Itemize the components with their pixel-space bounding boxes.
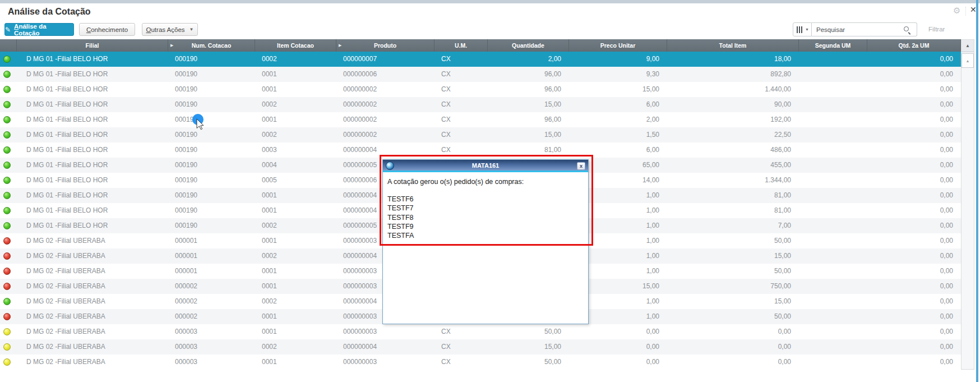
cell-produto: 000000004 (336, 142, 434, 158)
status-cell (0, 264, 17, 279)
status-cell (0, 233, 17, 248)
status-led-icon (3, 268, 11, 275)
table-row[interactable]: D MG 02 -Filial UBERABA 000003 0001 0000… (0, 355, 961, 370)
cell-um: CX (434, 127, 488, 142)
status-led-icon (3, 56, 11, 63)
status-led-icon (3, 343, 11, 351)
status-led-icon (3, 252, 11, 260)
column-header-num-cotacao[interactable]: ▶Num. Cotacao (168, 39, 255, 52)
scroll-up-button[interactable]: ▲ (961, 40, 974, 52)
pencil-icon: ✎ (5, 26, 11, 34)
cell-quantidade: 15,00 (488, 127, 569, 142)
cell-item-cotacao: 0005 (255, 173, 336, 188)
cell-item-cotacao: 0001 (255, 112, 336, 127)
table-row[interactable]: D MG 01 -Filial BELO HOR 000190 0001 000… (0, 82, 961, 97)
cell-quantidade: 96,00 (488, 112, 569, 127)
vertical-scrollbar[interactable]: ▲ ▲ (961, 39, 974, 370)
cell-item-cotacao: 0002 (255, 127, 336, 142)
cell-item-cotacao: 0001 (255, 233, 336, 248)
column-header-produto[interactable]: ▶Produto (336, 39, 434, 52)
cell-segunda-um (799, 294, 867, 309)
cell-segunda-um (799, 324, 867, 339)
mata161-dialog: MATA161 x A cotação gerou o(s) pedido(s)… (382, 159, 589, 324)
cell-filial: D MG 01 -Filial BELO HOR (17, 173, 168, 188)
dialog-message: A cotação gerou o(s) pedido(s) de compra… (387, 178, 588, 186)
cell-um: CX (434, 97, 488, 112)
status-led-icon (3, 192, 11, 199)
cell-filial: D MG 01 -Filial BELO HOR (17, 218, 168, 233)
column-config-button[interactable]: ▼ (793, 22, 812, 36)
column-header-preco-unitar[interactable]: Preco Unitar (569, 39, 667, 52)
cell-filial: D MG 01 -Filial BELO HOR (17, 52, 168, 67)
cell-qtd-2a-um: 0,00 (867, 82, 961, 97)
cell-produto: 000000007 (336, 52, 434, 67)
dialog-close-button[interactable]: x (577, 162, 585, 170)
close-window-icon[interactable]: ✕ (970, 5, 977, 14)
search-input[interactable] (812, 22, 917, 36)
cell-total-item: 90,00 (667, 97, 799, 112)
table-row[interactable]: D MG 02 -Filial UBERABA 000003 0002 0000… (0, 339, 961, 355)
status-cell (0, 309, 17, 324)
window-right-edge (976, 0, 978, 382)
dialog-titlebar[interactable]: MATA161 x (383, 160, 588, 172)
cell-quantidade: 96,00 (488, 67, 569, 82)
status-cell (0, 339, 17, 355)
status-led-icon (3, 328, 11, 335)
order-list: TESTF6TESTF7TESTF8TESTF9TESTFA (387, 195, 588, 240)
cell-num-cotacao: 000001 (168, 264, 255, 279)
status-cell (0, 279, 17, 294)
column-header-u-m-[interactable]: U.M. (434, 39, 488, 52)
cell-preco-unitar: 6,00 (569, 142, 667, 158)
table-row[interactable]: D MG 02 -Filial UBERABA 000003 0001 0000… (0, 324, 961, 339)
status-cell (0, 188, 17, 203)
cell-segunda-um (799, 233, 867, 248)
cell-item-cotacao: 0001 (255, 279, 336, 294)
table-row[interactable]: D MG 01 -Filial BELO HOR 000190 0001 000… (0, 112, 961, 127)
status-led-icon (3, 207, 11, 214)
status-cell (0, 355, 17, 370)
status-led-icon (3, 71, 11, 78)
cell-filial: D MG 01 -Filial BELO HOR (17, 203, 168, 218)
status-led-icon (3, 313, 11, 320)
status-led-icon (3, 162, 11, 169)
cell-qtd-2a-um: 0,00 (867, 264, 961, 279)
cell-total-item: 15,00 (667, 294, 799, 309)
cell-item-cotacao: 0001 (255, 188, 336, 203)
status-cell (0, 82, 17, 97)
column-header-qtd-2a-um[interactable]: Qtd. 2a UM (867, 39, 961, 52)
filter-link[interactable]: Filtrar (928, 26, 945, 33)
search-icon[interactable] (904, 26, 909, 31)
table-row[interactable]: D MG 01 -Filial BELO HOR 000190 0001 000… (0, 67, 961, 82)
status-led-icon (3, 283, 11, 290)
table-row[interactable]: D MG 01 -Filial BELO HOR 000190 0002 000… (0, 97, 961, 112)
table-row[interactable]: D MG 01 -Filial BELO HOR 000190 0002 000… (0, 52, 961, 67)
scroll-thumb-icon: ▲ (966, 59, 970, 63)
cell-item-cotacao: 0002 (255, 52, 336, 67)
gear-icon[interactable]: ⚙ (953, 6, 960, 16)
column-header-filial[interactable]: Filial (17, 39, 168, 52)
table-row[interactable]: D MG 01 -Filial BELO HOR 000190 0003 000… (0, 142, 961, 158)
scrollbar-thumb[interactable]: ▲ (961, 53, 974, 68)
cell-qtd-2a-um: 0,00 (867, 52, 961, 67)
conhecimento-button[interactable]: Conhecimento (79, 23, 135, 36)
analise-cotacao-button[interactable]: ✎ Análise da Cotação (4, 23, 74, 36)
cell-item-cotacao: 0003 (255, 142, 336, 158)
column-header-status[interactable] (0, 39, 17, 52)
sort-marker-icon: ▶ (339, 39, 341, 52)
column-header-total-item[interactable]: Total Item (667, 39, 799, 52)
cell-filial: D MG 01 -Filial BELO HOR (17, 188, 168, 203)
cell-um: CX (434, 112, 488, 127)
table-row[interactable]: D MG 01 -Filial BELO HOR 000190 0002 000… (0, 127, 961, 142)
cell-num-cotacao: 000190 (168, 203, 255, 218)
cell-item-cotacao: 0001 (255, 324, 336, 339)
column-header-item-cotacao[interactable]: Item Cotacao (255, 39, 336, 52)
cell-total-item: 486,00 (667, 142, 799, 158)
status-led-icon (3, 177, 11, 184)
cell-filial: D MG 01 -Filial BELO HOR (17, 82, 168, 97)
cell-num-cotacao: 000190 (168, 173, 255, 188)
cell-item-cotacao: 0001 (255, 264, 336, 279)
outras-acoes-button[interactable]: Outras Ações ▼ (142, 23, 198, 36)
column-header-quantidade[interactable]: Quantidade (488, 39, 569, 52)
status-cell (0, 173, 17, 188)
column-header-segunda-um[interactable]: Segunda UM (799, 39, 867, 52)
